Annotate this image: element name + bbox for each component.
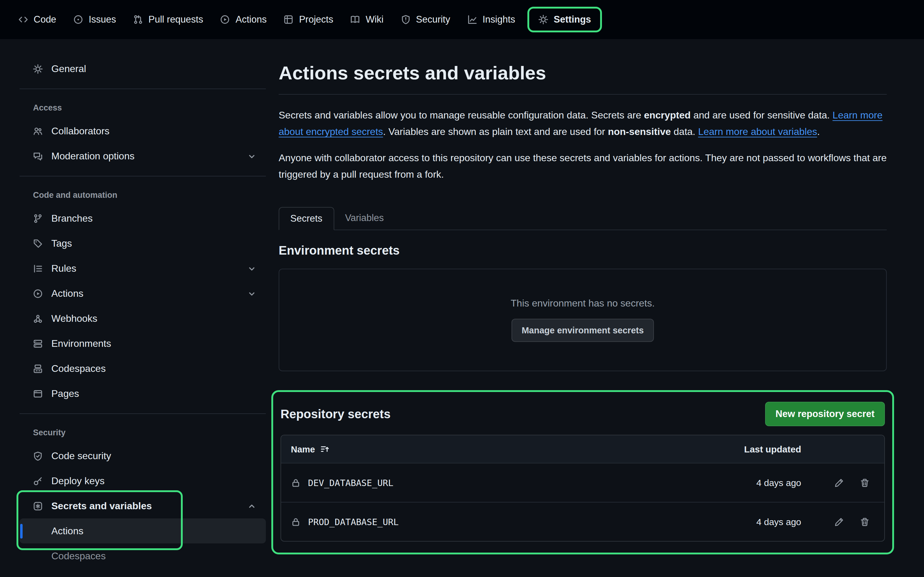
- sidebar-subitem-label: Codespaces: [51, 550, 106, 561]
- column-header-name[interactable]: Name: [291, 444, 697, 454]
- rules-icon: [33, 263, 43, 273]
- intro-bold-encrypted: encrypted: [644, 110, 691, 120]
- sidebar-item-deploy-keys[interactable]: Deploy keys: [19, 468, 266, 493]
- sidebar-item-moderation-options[interactable]: Moderation options: [19, 143, 266, 169]
- sidebar-item-code-security[interactable]: Code security: [19, 443, 266, 468]
- sidebar-item-label: Collaborators: [51, 126, 109, 137]
- secret-actions: [801, 478, 874, 488]
- sidebar-item-label: Branches: [51, 213, 92, 224]
- sidebar-item-actions[interactable]: Actions: [19, 281, 266, 306]
- link-variables[interactable]: Learn more about variables: [698, 126, 817, 137]
- sidebar-item-label: Webhooks: [51, 313, 97, 324]
- table-header-row: Name Last updated: [281, 435, 884, 463]
- sidebar-item-label: Rules: [51, 263, 76, 274]
- sidebar-item-collaborators[interactable]: Collaborators: [19, 118, 266, 143]
- nav-tab-actions[interactable]: Actions: [212, 8, 275, 31]
- chevron-down-icon: [247, 264, 256, 272]
- book-icon: [351, 15, 360, 24]
- sidebar-item-environments[interactable]: Environments: [19, 331, 266, 356]
- environment-secrets-heading: Environment secrets: [279, 243, 887, 258]
- repo-tab-bar: Code Issues Pull requests Actions Projec…: [0, 0, 924, 39]
- nav-tab-security[interactable]: Security: [392, 8, 459, 31]
- sidebar-item-codespaces[interactable]: Codespaces: [19, 356, 266, 381]
- sidebar-item-pages[interactable]: Pages: [19, 381, 266, 406]
- active-indicator-bar: [20, 524, 23, 538]
- sidebar-section-code-automation: Code and automation Branches Tags Rules …: [19, 176, 266, 406]
- secret-name-cell: PROD_DATABASE_URL: [291, 517, 697, 527]
- page-title: Actions secrets and variables: [279, 56, 887, 85]
- secret-row: DEV_DATABASE_URL 4 days ago: [281, 463, 884, 502]
- edit-secret-button[interactable]: [834, 517, 844, 527]
- chevron-down-icon: [247, 289, 256, 298]
- sidebar-item-webhooks[interactable]: Webhooks: [19, 306, 266, 331]
- delete-secret-button[interactable]: [860, 517, 870, 527]
- intro-paragraph-2: Anyone with collaborator access to this …: [279, 150, 887, 182]
- edit-secret-button[interactable]: [834, 478, 844, 488]
- nav-tab-settings[interactable]: Settings: [527, 7, 602, 32]
- secrets-variables-tabs: Secrets Variables: [279, 207, 887, 230]
- asterisk-box-icon: [33, 501, 43, 511]
- nav-tab-label: Pull requests: [149, 14, 203, 25]
- server-icon: [33, 338, 43, 348]
- nav-tab-label: Code: [34, 14, 56, 25]
- sort-ascending-icon: [320, 445, 329, 454]
- sidebar-item-secrets-and-variables[interactable]: Secrets and variables: [19, 493, 266, 518]
- new-repository-secret-button[interactable]: New repository secret: [765, 402, 885, 426]
- sidebar-item-label: Code security: [51, 450, 111, 461]
- intro-paragraph-1: Secrets and variables allow you to manag…: [279, 107, 887, 140]
- annotation-box-secrets-and-variables: Secrets and variables Actions: [19, 493, 266, 543]
- tab-variables[interactable]: Variables: [334, 207, 395, 230]
- tag-icon: [33, 239, 43, 248]
- secret-updated: 4 days ago: [697, 517, 801, 527]
- nav-tab-label: Insights: [483, 14, 515, 25]
- secret-name-cell: DEV_DATABASE_URL: [291, 478, 697, 488]
- settings-content: Actions secrets and variables Secrets an…: [279, 56, 887, 554]
- nav-tab-projects[interactable]: Projects: [275, 8, 342, 31]
- intro-text-segment: . Variables are shown as plain text and …: [383, 126, 608, 137]
- sidebar-item-rules[interactable]: Rules: [19, 256, 266, 281]
- sidebar-item-branches[interactable]: Branches: [19, 206, 266, 231]
- sidebar-subitem-dependabot[interactable]: Dependabot: [19, 569, 266, 577]
- sidebar-item-general[interactable]: General: [19, 56, 266, 81]
- sidebar-item-label: Deploy keys: [51, 475, 105, 486]
- section-title: Security: [19, 421, 266, 443]
- sidebar-item-label: General: [51, 63, 86, 74]
- gear-icon: [538, 15, 548, 24]
- empty-state-text: This environment has no secrets.: [510, 298, 654, 309]
- nav-tab-wiki[interactable]: Wiki: [342, 8, 393, 31]
- play-icon: [33, 288, 43, 298]
- sidebar-item-label: Actions: [51, 288, 83, 299]
- nav-tab-label: Actions: [236, 14, 267, 25]
- lock-icon: [291, 478, 300, 488]
- tab-secrets[interactable]: Secrets: [279, 207, 334, 230]
- chevron-up-icon: [247, 501, 256, 510]
- sidebar-item-label: Secrets and variables: [51, 500, 152, 511]
- intro-text-segment: data.: [671, 126, 698, 137]
- intro-text-segment: .: [817, 126, 820, 137]
- sidebar-item-label: Moderation options: [51, 150, 134, 161]
- sidebar-item-tags[interactable]: Tags: [19, 231, 266, 256]
- sidebar-subitem-actions[interactable]: Actions: [19, 518, 266, 543]
- people-icon: [33, 126, 43, 136]
- nav-tab-pull-requests[interactable]: Pull requests: [125, 8, 212, 31]
- repository-secrets-table: Name Last updated DEV_DATABASE_URL 4 day…: [281, 435, 885, 542]
- nav-tab-code[interactable]: Code: [10, 8, 65, 31]
- play-icon: [220, 15, 230, 24]
- shield-check-icon: [33, 451, 43, 461]
- secret-actions: [801, 517, 874, 527]
- secret-name: PROD_DATABASE_URL: [308, 517, 399, 527]
- gear-icon: [33, 64, 43, 74]
- browser-icon: [33, 388, 43, 398]
- nav-tab-label: Issues: [89, 14, 116, 25]
- nav-tab-label: Projects: [299, 14, 333, 25]
- nav-tab-issues[interactable]: Issues: [65, 8, 125, 31]
- intro-text: Secrets and variables allow you to manag…: [279, 107, 887, 182]
- delete-secret-button[interactable]: [860, 478, 870, 488]
- manage-environment-secrets-button[interactable]: Manage environment secrets: [511, 319, 654, 342]
- lock-icon: [291, 517, 300, 527]
- sidebar-item-label: Pages: [51, 388, 79, 399]
- nav-tab-insights[interactable]: Insights: [459, 8, 524, 31]
- sidebar-subitem-codespaces[interactable]: Codespaces: [19, 543, 266, 569]
- intro-text-segment: Secrets and variables allow you to manag…: [279, 110, 644, 120]
- git-pull-request-icon: [133, 15, 143, 24]
